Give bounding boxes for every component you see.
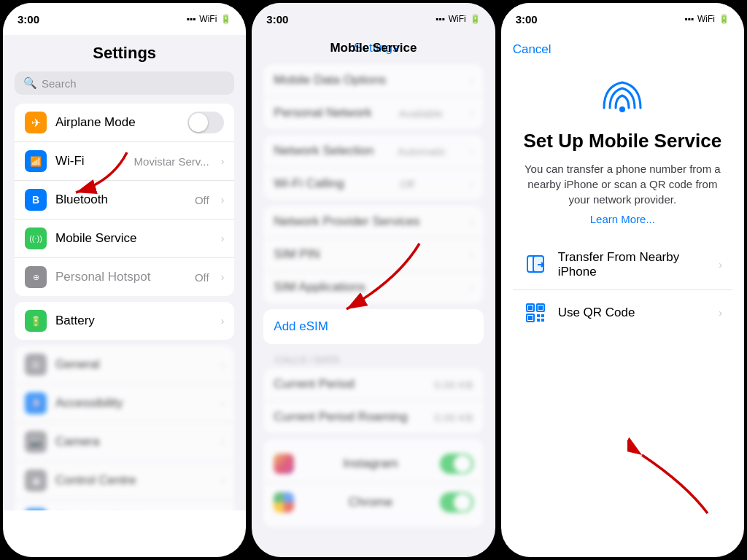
back-label-3: Cancel — [513, 42, 551, 56]
p2-row-instagram: Instagram — [263, 445, 483, 483]
status-bar-2: 3:00 ▪▪▪ WiFi 🔋 — [252, 3, 495, 35]
status-bar-1: 3:00 ▪▪▪ WiFi 🔋 — [3, 3, 246, 35]
battery-chevron: › — [221, 315, 225, 327]
hotspot-value: Off — [195, 271, 209, 284]
row-accessibility: ♿ Accessibility › — [15, 384, 234, 423]
p2-row-network-sel: Network Selection Automatic › — [263, 135, 483, 168]
p2-row-personal-network: Personal Network Available › — [263, 97, 483, 129]
option-transfer[interactable]: Transfer From Nearby iPhone › — [513, 240, 732, 290]
bluetooth-label: Bluetooth — [55, 192, 186, 207]
wifi-icon-2: WiFi — [449, 14, 466, 24]
p2-group-2: Network Selection Automatic › Wi-Fi Call… — [263, 135, 483, 200]
p2-group-1: Mobile Data Options › Personal Network A… — [263, 64, 483, 129]
battery-icon: 🔋 — [220, 14, 231, 24]
airplane-icon: ✈ — [25, 112, 47, 133]
row-mobile-service[interactable]: ((·)) Mobile Service › — [15, 219, 234, 258]
wifi-icon: WiFi — [199, 14, 217, 24]
battery-label: Battery — [55, 314, 212, 328]
settings-scroll: Settings 🔍 Search ✈ Airplane Mode 📶 Wi-F… — [3, 35, 246, 510]
row-display: ☀ Display & Brightness › — [15, 500, 234, 510]
bluetooth-icon: B — [25, 189, 47, 211]
nav-title-2: Mobile Service — [330, 41, 417, 55]
p2-row-current-period: Current Period 0.00 KB — [263, 368, 483, 401]
search-icon: 🔍 — [23, 77, 37, 90]
hotspot-label: Personal Hotspot — [55, 270, 186, 284]
p2-group-apps: Instagram Chrome — [263, 439, 483, 527]
panel-3-setup: 3:00 ▪▪▪ WiFi 🔋 Cancel Set Up Mobile Ser… — [501, 3, 744, 557]
wifi-settings-icon: 📶 — [25, 150, 47, 172]
general-label: General — [55, 357, 212, 372]
general-icon: ⚙ — [25, 354, 47, 376]
battery-icon-2: 🔋 — [470, 14, 481, 24]
add-esim-row[interactable]: Add eSIM — [263, 309, 483, 344]
learn-more-link[interactable]: Learn More... — [501, 213, 744, 240]
hotspot-icon: ⊕ — [25, 266, 47, 288]
airplane-toggle[interactable] — [187, 112, 224, 133]
svg-rect-15 — [541, 319, 544, 322]
panel-2-mobile-service: 3:00 ▪▪▪ WiFi 🔋 ‹ Settings Mobile Servic… — [252, 3, 495, 557]
option-qr[interactable]: Use QR Code › — [513, 290, 732, 335]
accessibility-icon: ♿ — [25, 392, 47, 414]
signal-icon: ▪▪▪ — [187, 14, 196, 24]
status-icons-3: ▪▪▪ WiFi 🔋 — [684, 14, 729, 24]
general-chevron: › — [221, 359, 225, 370]
add-esim-label: Add eSIM — [274, 319, 328, 333]
hotspot-chevron: › — [221, 271, 225, 283]
control-centre-label: Control Centre — [55, 473, 212, 488]
row-wifi[interactable]: 📶 Wi-Fi Movistar Serv... › — [15, 142, 234, 181]
transfer-chevron: › — [719, 259, 722, 271]
svg-point-2 — [619, 106, 625, 112]
p2-row-current-roaming: Current Period Roaming 0.00 KB — [263, 401, 483, 433]
p2-group-3: Network Provider Services › SIM PIN › SI… — [263, 206, 483, 303]
camera-label: Camera — [55, 435, 212, 449]
row-airplane-mode[interactable]: ✈ Airplane Mode — [15, 104, 234, 142]
mobile-service-chevron: › — [221, 233, 225, 244]
mobile-service-content-2: CALLS / DATA Current Period 0.00 KB Curr… — [252, 350, 495, 527]
settings-group-battery: 🔋 Battery › — [15, 302, 234, 340]
status-icons-2: ▪▪▪ WiFi 🔋 — [436, 14, 481, 24]
svg-rect-12 — [537, 314, 540, 317]
search-bar[interactable]: 🔍 Search — [15, 71, 234, 95]
row-battery[interactable]: 🔋 Battery › — [15, 302, 234, 340]
svg-rect-14 — [537, 319, 540, 322]
search-placeholder: Search — [42, 77, 77, 90]
p2-group-reset: Current Period 0.00 KB Current Period Ro… — [263, 368, 483, 433]
row-personal-hotspot[interactable]: ⊕ Personal Hotspot Off › — [15, 258, 234, 296]
row-bluetooth[interactable]: B Bluetooth Off › — [15, 181, 234, 219]
camera-chevron: › — [221, 436, 225, 448]
settings-group-1: ✈ Airplane Mode 📶 Wi-Fi Movistar Serv...… — [15, 104, 234, 296]
signal-icon-3: ▪▪▪ — [684, 14, 694, 24]
battery-icon-3: 🔋 — [719, 14, 729, 24]
qr-label: Use QR Code — [558, 306, 709, 320]
p2-row-chrome: Chrome — [263, 483, 483, 521]
svg-rect-13 — [541, 314, 544, 317]
svg-rect-7 — [528, 306, 533, 310]
setup-subtitle: You can transfer a phone number from a n… — [501, 161, 744, 213]
wifi-label: Wi-Fi — [55, 154, 125, 168]
row-camera: 📷 Camera › — [15, 423, 234, 462]
row-general: ⚙ General › — [15, 346, 234, 384]
mobile-service-icon: ((·)) — [25, 228, 47, 249]
setup-options-group: Transfer From Nearby iPhone › U — [513, 240, 732, 335]
row-control-centre: ◉ Control Centre › — [15, 462, 234, 500]
bluetooth-value: Off — [195, 194, 209, 206]
wifi-chevron: › — [221, 155, 225, 167]
mobile-service-content: Mobile Data Options › Personal Network A… — [252, 61, 495, 303]
qr-icon — [523, 300, 548, 325]
setup-title: Set Up Mobile Service — [501, 130, 744, 161]
display-icon: ☀ — [25, 508, 47, 510]
camera-icon: 📷 — [25, 431, 47, 453]
settings-group-2: ⚙ General › ♿ Accessibility › 📷 Camera ›… — [15, 346, 234, 510]
status-bar-3: 3:00 ▪▪▪ WiFi 🔋 — [501, 3, 744, 35]
transfer-label: Transfer From Nearby iPhone — [558, 250, 709, 279]
back-button-3[interactable]: Cancel — [501, 35, 744, 64]
panel-1-settings: 3:00 ▪▪▪ WiFi 🔋 Settings 🔍 Search ✈ Airp… — [3, 3, 246, 557]
nav-bar-2: ‹ Settings Mobile Service — [252, 35, 495, 61]
svg-rect-9 — [538, 306, 543, 310]
control-centre-chevron: › — [221, 475, 225, 486]
status-icons-1: ▪▪▪ WiFi 🔋 — [187, 14, 232, 24]
p2-row-sim-apps: SIM Applications › — [263, 271, 483, 303]
bluetooth-chevron: › — [221, 194, 225, 206]
airplane-label: Airplane Mode — [55, 115, 179, 130]
svg-rect-11 — [528, 316, 533, 320]
